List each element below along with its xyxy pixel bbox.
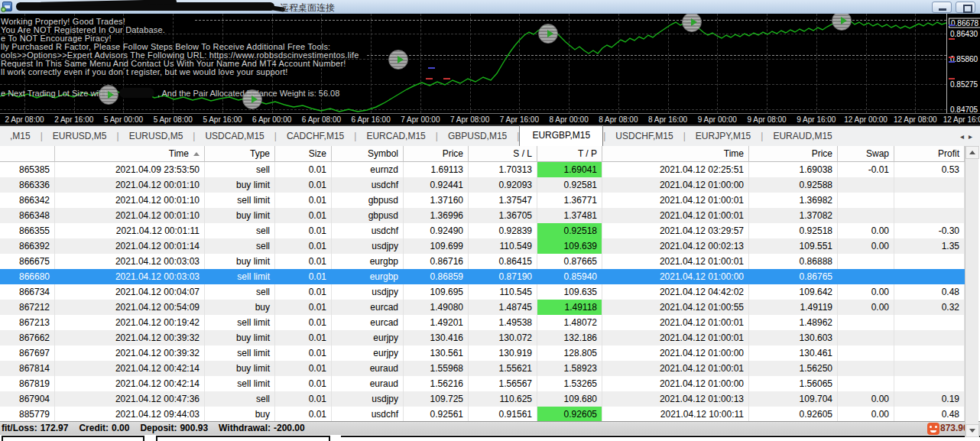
cell-price: 109.725 <box>404 391 469 407</box>
cell-swap: 0.00 <box>838 238 894 254</box>
connection-status-icon <box>1 7 6 12</box>
tab-scroll-arrows[interactable]: ◂▸ <box>960 132 977 141</box>
column-header-time[interactable]: Time <box>55 146 205 162</box>
buy-level-dash-icon <box>428 67 435 69</box>
table-row[interactable]: 8678142021.04.12 00:42:14buy limit0.01eu… <box>0 361 965 376</box>
cell-profit <box>894 330 965 345</box>
cell-tp: 1.48072 <box>537 315 602 330</box>
chart-tab-gbpusdm15[interactable]: GBPUSD,M15 <box>438 127 517 146</box>
cell-tp: 109.639 <box>537 238 602 254</box>
window-title: 远程桌面连接 <box>280 2 335 15</box>
cell-order: 866675 <box>0 254 55 269</box>
cell-order: 867904 <box>0 391 55 407</box>
table-row[interactable]: 8678192021.04.12 00:42:14sell limit0.01e… <box>0 376 965 391</box>
chart-tab-usdcadm15[interactable]: USDCAD,M15 <box>195 127 274 146</box>
status-field-label: Deposit: <box>140 423 177 433</box>
table-row[interactable]: 8663552021.04.12 00:01:11sell0.01usdchf0… <box>0 223 965 238</box>
cell-price: 1.37160 <box>404 193 469 208</box>
column-header-size[interactable]: Size <box>275 146 332 162</box>
cell-close_time: 2021.04.12 01:00:00 <box>602 269 749 284</box>
column-header-price[interactable]: Price <box>749 146 838 162</box>
restore-button[interactable] <box>956 2 975 13</box>
scroll-down-button[interactable] <box>965 424 979 437</box>
column-header-profit[interactable]: Profit <box>894 146 965 162</box>
cell-close_time: 2021.04.12 01:00:55 <box>602 300 749 315</box>
cell-price: 1.49201 <box>404 315 469 330</box>
chart-tab-eurusdm5[interactable]: EURUSD,M5 <box>43 127 117 146</box>
cell-swap: 0.00 <box>838 284 894 300</box>
cell-sl: 1.55621 <box>469 361 537 376</box>
cell-size: 0.01 <box>275 223 332 238</box>
cell-close_price: 0.86888 <box>749 254 838 269</box>
chart-tab-eurjpym15[interactable]: EURJPY,M15 <box>686 127 761 146</box>
cell-price: 1.56216 <box>404 376 469 391</box>
buy-level-dash-icon <box>949 61 955 63</box>
table-row[interactable]: 8663362021.04.12 00:01:10buy limit0.01us… <box>0 177 965 193</box>
table-row[interactable]: 8663422021.04.12 00:01:10sell limit0.01g… <box>0 193 965 208</box>
table-row[interactable]: 8676622021.04.12 00:39:32buy limit0.01eu… <box>0 330 965 345</box>
cell-profit: 0.19 <box>894 391 965 407</box>
table-row[interactable]: 8663482021.04.12 00:01:10buy limit0.01gb… <box>0 208 965 223</box>
cell-type: buy limit <box>205 208 275 223</box>
table-scrollbar[interactable] <box>965 146 978 437</box>
price-chart[interactable]: Working Properly! Good Trades!You Are NO… <box>0 14 980 113</box>
cell-type: sell limit <box>205 345 275 361</box>
table-row[interactable]: 8672132021.04.12 00:19:42sell limit0.01e… <box>0 315 965 330</box>
cell-type: sell limit <box>205 376 275 391</box>
cell-sl: 1.70313 <box>469 162 537 177</box>
column-header-swap[interactable]: Swap <box>838 146 894 162</box>
table-row[interactable]: 8679042021.04.12 00:47:36sell0.01usdjpy1… <box>0 391 965 407</box>
cell-close_price: 0.92588 <box>749 177 838 193</box>
column-header-symbol[interactable]: Symbol <box>332 146 404 162</box>
robot-badge-icon[interactable] <box>927 423 939 435</box>
table-row[interactable]: 8857792021.04.12 09:44:03buy0.01usdchf0.… <box>0 407 965 422</box>
table-row[interactable]: 8672122021.04.12 00:54:09buy0.01eurcad1.… <box>0 300 965 315</box>
chart-tab-euraudm15[interactable]: EURAUD,M15 <box>763 127 842 146</box>
cell-close_price: 1.56065 <box>749 376 838 391</box>
table-row[interactable]: 8666802021.04.12 00:03:03sell limit0.01e… <box>0 269 965 284</box>
column-header-type[interactable]: Type <box>205 146 275 162</box>
chart-tab-eurcadm15[interactable]: EURCAD,M15 <box>356 127 435 146</box>
table-row[interactable]: 8667342021.04.12 00:04:07sell0.01usdjpy1… <box>0 284 965 300</box>
chart-tab-cadchfm15[interactable]: CADCHF,M15 <box>277 127 354 146</box>
time-tick-label: 6 Apr 16:00 <box>352 115 391 124</box>
column-header-time[interactable]: Time <box>602 146 749 162</box>
partial-tab-box[interactable] <box>156 436 330 441</box>
column-header-tp[interactable]: T / P <box>537 146 602 162</box>
chart-tab-usdchfm15[interactable]: USDCHF,M15 <box>605 127 683 146</box>
cell-sl: 1.56567 <box>469 376 537 391</box>
cell-symbol: eurjpy <box>332 330 404 345</box>
cell-open_time: 2021.04.12 00:39:32 <box>55 330 205 345</box>
column-header-sl[interactable]: S / L <box>469 146 537 162</box>
cell-price: 1.36996 <box>404 208 469 223</box>
column-header-order[interactable] <box>0 146 55 162</box>
chart-plot-area[interactable]: Working Properly! Good Trades!You Are NO… <box>0 14 946 113</box>
cell-tp: 0.92518 <box>537 223 602 238</box>
cell-price: 1.49080 <box>404 300 469 315</box>
buy-level-dash-icon <box>949 24 955 26</box>
chart-tab-eurgbpm15[interactable]: EURGBP,M15 <box>519 125 603 146</box>
cell-swap: 0.00 <box>838 300 894 315</box>
tab-scroll-left-icon[interactable]: ◂ <box>960 132 969 141</box>
cell-close_time: 2021.04.12 01:00:00 <box>602 177 749 193</box>
column-header-price[interactable]: Price <box>404 146 469 162</box>
cell-size: 0.01 <box>275 315 332 330</box>
table-row[interactable]: 8663922021.04.12 00:01:14sell0.01usdjpy1… <box>0 238 965 254</box>
scroll-up-button[interactable] <box>965 146 979 159</box>
minimize-button[interactable] <box>932 2 952 13</box>
chart-tab-m15[interactable]: ,M15 <box>0 127 41 146</box>
chart-tab-eurusdm5[interactable]: EURUSD,M5 <box>119 127 193 146</box>
bottom-tab-strip <box>0 435 980 441</box>
cell-swap <box>838 208 894 223</box>
ea-comment-line: ll work correctly even if you don´t regi… <box>1 67 288 76</box>
tab-scroll-right-icon[interactable]: ▸ <box>969 132 977 141</box>
table-row[interactable]: 8653852021.04.09 23:53:50sell0.01eurnzd1… <box>0 162 965 177</box>
cell-size: 0.01 <box>275 162 332 177</box>
cell-type: sell <box>205 223 275 238</box>
censored-trade-marker-icon <box>242 89 262 109</box>
table-row[interactable]: 8676972021.04.12 00:39:32sell limit0.01e… <box>0 345 965 361</box>
cell-symbol: usdjpy <box>332 284 404 300</box>
cell-symbol: euraud <box>332 376 404 391</box>
partial-tab-box[interactable] <box>2 436 144 441</box>
table-row[interactable]: 8666752021.04.12 00:03:03buy limit0.01eu… <box>0 254 965 269</box>
